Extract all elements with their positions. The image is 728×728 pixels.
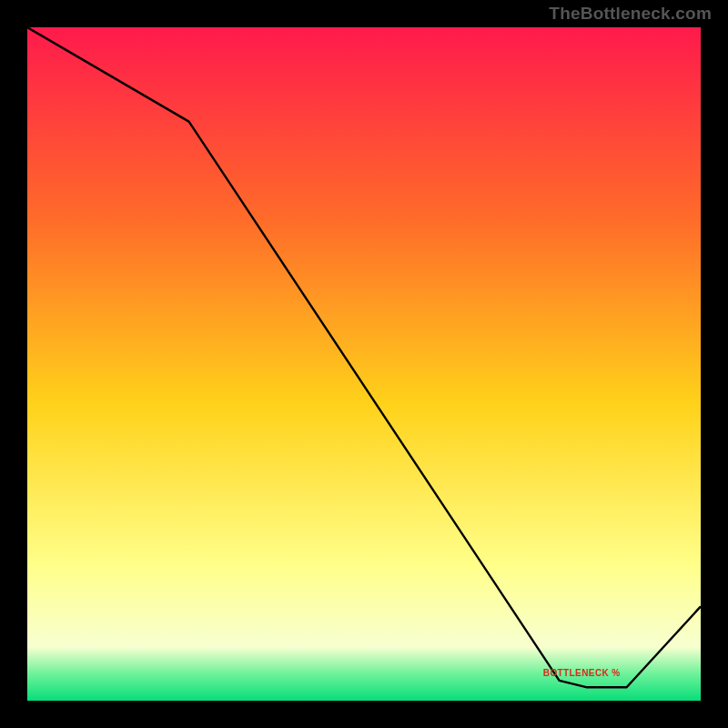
bottleneck-label: BOTTLENECK % — [543, 668, 621, 678]
watermark-text: TheBottleneck.com — [549, 4, 712, 24]
chart-svg — [27, 27, 701, 701]
plot-area: BOTTLENECK % — [27, 27, 701, 701]
chart-frame: TheBottleneck.com BOTTLENECK % — [0, 0, 728, 728]
gradient-background — [27, 27, 701, 701]
